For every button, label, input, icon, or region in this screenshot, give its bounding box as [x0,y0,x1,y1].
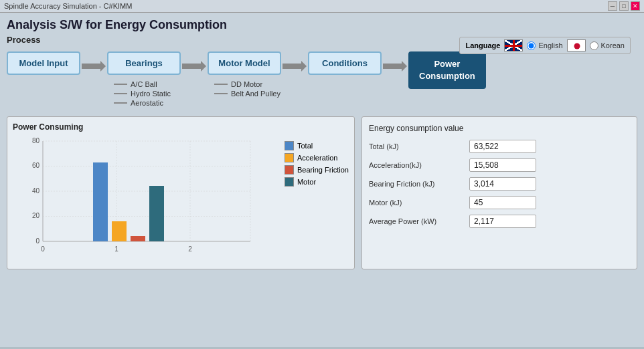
legend-motor: Motor [285,177,349,187]
maximize-button[interactable]: □ [619,1,629,11]
svg-marker-2 [82,61,106,72]
svg-marker-5 [383,61,407,72]
titlebar-title: Spindle Accuracy Simulation - C#KIMM [4,2,132,10]
bar-friction [131,236,145,241]
legend-accel: Acceleration [285,153,349,162]
step-bearings: Bearings A/C Ball Hydro Static Aerostati… [107,51,181,107]
energy-row-motor: Motor (kJ) 45 [369,196,630,209]
minimize-button[interactable]: ─ [608,1,617,11]
svg-text:20: 20 [32,212,40,219]
arrow-4 [382,51,408,74]
chart-svg-container: 80 60 40 20 0 0 1 2 [13,134,278,263]
energy-value-friction: 3,014 [469,177,536,191]
korean-label: Korean [601,41,625,49]
energy-rows: Total (kJ) 63,522 Acceleration(kJ) 15,50… [369,140,630,228]
bar-accel [112,221,127,241]
legend-label-friction: Bearing Friction [297,166,349,174]
svg-text:0: 0 [35,237,39,245]
chart-legend: Total Acceleration Bearing Friction Moto… [285,134,349,263]
main-content: Analysis S/W for Energy Consumption Lang… [0,13,644,347]
svg-text:60: 60 [32,162,40,169]
arrow-3 [281,51,308,74]
language-label: Language [465,41,500,49]
svg-text:0: 0 [41,245,45,253]
motor-sub: DD Motor Belt And Pulley [208,80,280,98]
energy-label-motor: Motor (kJ) [369,199,463,207]
energy-label-total: Total (kJ) [369,142,463,150]
process-flow: Model Input Bearings A/C Ball Hydro Stat… [7,49,637,110]
dd-motor-label: DD Motor [231,80,262,88]
energy-label-avg-power: Average Power (kW) [369,217,463,225]
step-conditions: Conditions [308,51,382,75]
sub-line-3 [114,102,127,104]
energy-row-friction: Bearing Friction (kJ) 3,014 [369,177,630,191]
svg-point-1 [574,43,580,49]
sub-aerostatic: Aerostatic [114,99,171,107]
motor-model-box[interactable]: Motor Model [208,51,281,75]
power-consumption-box[interactable]: PowerConsumption [408,51,486,89]
svg-text:1: 1 [114,245,118,253]
energy-value-total: 63,522 [469,140,536,153]
energy-value-avg-power: 2,117 [469,215,536,228]
hydro-label: Hydro Static [131,90,171,98]
energy-row-accel: Acceleration(kJ) 15,508 [369,158,630,172]
english-radio-group: English [527,41,562,50]
energy-value-motor: 45 [469,196,536,209]
step-model-input: Model Input [7,51,80,75]
bar-total [93,162,108,241]
uk-flag [504,39,523,51]
sub-line-4 [214,84,228,85]
energy-label-accel: Acceleration(kJ) [369,161,463,169]
bottom-section: Power Consuming [7,116,637,269]
energy-label-friction: Bearing Friction (kJ) [369,180,463,188]
bearings-box[interactable]: Bearings [107,51,181,75]
svg-marker-3 [182,61,206,72]
aerostatic-label: Aerostatic [131,99,163,107]
legend-color-total [285,141,294,150]
sub-belt-pulley: Belt And Pulley [214,90,280,98]
legend-total: Total [285,141,349,150]
model-input-box[interactable]: Model Input [7,51,80,75]
language-section: Language English Korean [459,37,631,54]
korean-radio[interactable] [590,41,598,50]
korean-radio-group: Korean [590,41,625,50]
conditions-box[interactable]: Conditions [308,51,382,75]
legend-label-motor: Motor [297,178,316,186]
bearings-sub: A/C Ball Hydro Static Aerostatic [107,80,171,107]
ac-ball-label: A/C Ball [131,80,157,88]
chart-area: 80 60 40 20 0 0 1 2 [13,134,349,263]
arrow-1 [80,51,107,74]
energy-value-accel: 15,508 [469,158,536,172]
sub-dd-motor: DD Motor [214,80,280,88]
legend-label-accel: Acceleration [297,154,338,162]
sub-line-5 [214,93,228,94]
energy-row-total: Total (kJ) 63,522 [369,140,630,153]
legend-color-motor [285,177,294,187]
svg-text:2: 2 [188,245,192,253]
energy-panel: Energy consumption value Total (kJ) 63,5… [361,116,637,269]
english-label: English [538,41,562,49]
step-power-consumption: PowerConsumption [408,51,486,89]
energy-title: Energy consumption value [369,124,630,133]
legend-color-friction [285,165,294,174]
app-title: Analysis S/W for Energy Consumption [7,18,637,32]
chart-title: Power Consuming [13,122,349,132]
kr-flag [567,39,586,51]
arrow-2 [181,51,208,74]
close-button[interactable]: ✕ [631,1,640,11]
english-radio[interactable] [527,41,536,50]
titlebar-controls: ─ □ ✕ [608,1,640,11]
sub-line-1 [114,84,127,85]
svg-text:80: 80 [32,137,40,144]
legend-friction: Bearing Friction [285,165,349,174]
belt-pulley-label: Belt And Pulley [231,90,280,98]
bar-chart: 80 60 40 20 0 0 1 2 [13,134,260,261]
energy-row-avg-power: Average Power (kW) 2,117 [369,215,630,228]
chart-panel: Power Consuming [7,116,355,269]
svg-marker-4 [283,61,307,72]
sub-line-2 [114,93,127,94]
legend-color-accel [285,153,294,162]
bar-motor [149,186,164,241]
svg-text:40: 40 [32,187,40,195]
step-motor-model: Motor Model DD Motor Belt And Pulley [208,51,281,98]
